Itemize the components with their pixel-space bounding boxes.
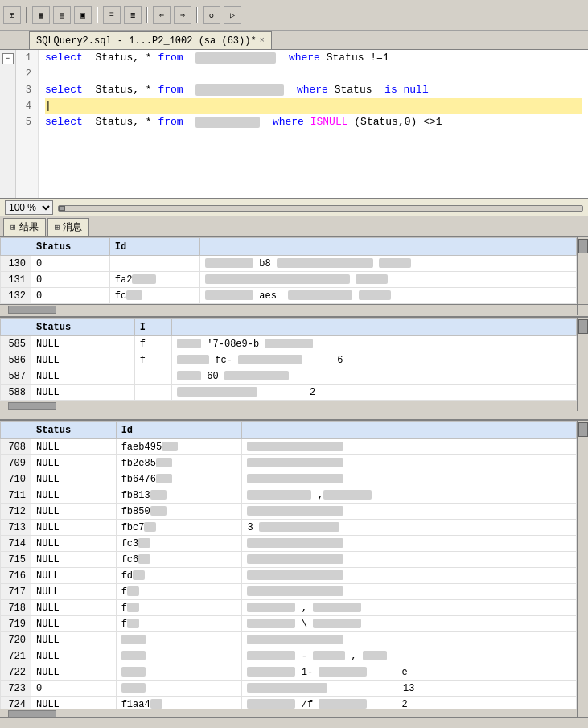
id-cell [116, 648, 242, 664]
table-row[interactable]: 588 NULL 2 [1, 385, 577, 401]
id-cell: f [116, 616, 242, 632]
row-num: 713 [1, 520, 31, 536]
extra-cell: 60 [172, 368, 577, 385]
table-row[interactable]: 716 NULL fd [1, 568, 577, 584]
toolbar-sep-1 [26, 7, 27, 23]
status-cell: NULL [31, 697, 117, 709]
toolbar-btn-1[interactable]: ⊞ [3, 6, 21, 24]
extra-cell: , [242, 600, 577, 616]
id-cell [116, 664, 242, 681]
table-row[interactable]: 585 NULL f '7-08e9-b [1, 336, 577, 352]
zoom-bar: 100 % [0, 199, 588, 216]
extra-cell [242, 584, 577, 600]
col-i-2: I [134, 319, 171, 336]
hscroll-thumb-3[interactable] [8, 710, 56, 718]
table-row[interactable]: 586 NULL f fc- 6 [1, 352, 577, 368]
table-row[interactable]: 714 NULL fc3 [1, 536, 577, 552]
row-num: 709 [1, 455, 31, 471]
status-cell: 0 [31, 272, 110, 288]
results-tabbar: ⊞ 结果 ⊞ 消息 [0, 216, 588, 237]
row-num: 585 [1, 336, 31, 352]
table-row[interactable]: 715 NULL fc6 [1, 552, 577, 568]
toolbar-btn-9[interactable]: ↺ [203, 6, 220, 24]
status-cell: NULL [31, 600, 117, 616]
col-extra-3 [242, 422, 577, 439]
table-row[interactable]: 132 0 fc aes [1, 288, 577, 304]
extra-cell [242, 439, 577, 455]
row-num: 711 [1, 487, 31, 504]
extra-cell [200, 272, 577, 288]
line-numbers: 1 2 3 4 5 [16, 50, 39, 198]
table-row[interactable]: 130 0 b8 [1, 256, 577, 272]
hscroll-thumb-1[interactable] [8, 306, 56, 314]
collapse-btn-1[interactable]: − [2, 53, 14, 64]
status-cell: 0 [31, 681, 117, 697]
extra-cell [242, 552, 577, 568]
row-num: 588 [1, 385, 31, 401]
toolbar-btn-5[interactable]: ≡ [103, 6, 121, 24]
status-cell: NULL [31, 536, 117, 552]
table-row[interactable]: 723 0 13 [1, 681, 577, 697]
table-row[interactable]: 709 NULL fb2e85 [1, 455, 577, 471]
hscroll-thumb-2[interactable] [8, 402, 56, 410]
toolbar-btn-2[interactable]: ▦ [32, 6, 50, 24]
result-section-2: Status I 585 NULL f '7-08e9-b 586 NUL [0, 318, 588, 421]
table-row[interactable]: 587 NULL 60 [1, 368, 577, 385]
toolbar-btn-4[interactable]: ▣ [74, 6, 92, 24]
line-num-5: 5 [16, 114, 35, 130]
results-tab[interactable]: ⊞ 结果 [3, 218, 46, 236]
hscroll-1[interactable] [0, 304, 588, 314]
row-num: 586 [1, 352, 31, 368]
table-row[interactable]: 710 NULL fb6476 [1, 471, 577, 487]
toolbar-btn-10[interactable]: ▷ [224, 6, 241, 24]
table-row[interactable]: 719 NULL f \ [1, 616, 577, 632]
result-table-1: Status Id 130 0 b8 131 0 [0, 237, 577, 304]
line-num-4: 4 [16, 98, 35, 114]
status-cell: 0 [31, 256, 110, 272]
zoom-dropdown[interactable]: 100 % [5, 200, 53, 215]
table-row[interactable]: 717 NULL f [1, 584, 577, 600]
status-cell: NULL [31, 368, 135, 385]
toolbar-btn-3[interactable]: ▤ [53, 6, 71, 24]
result-table-3: Status Id 708 NULL faeb495 709 NULL [0, 421, 577, 709]
toolbar-btn-7[interactable]: ⇐ [153, 6, 171, 24]
vscroll-1[interactable] [577, 237, 588, 304]
status-cell: NULL [31, 487, 117, 504]
hscroll-2[interactable] [0, 401, 588, 410]
table-row[interactable]: 712 NULL fb850 [1, 504, 577, 520]
id-cell: fd [116, 568, 242, 584]
hscroll-3[interactable] [0, 709, 588, 718]
status-cell: NULL [31, 648, 117, 664]
table-row[interactable]: 131 0 fa2 [1, 272, 577, 288]
status-cell: NULL [31, 584, 117, 600]
col-extra-1 [200, 238, 577, 256]
extra-cell: 3 [242, 520, 577, 536]
status-cell: NULL [31, 352, 135, 368]
table-row[interactable]: 721 NULL - , [1, 648, 577, 664]
table-row[interactable]: 708 NULL faeb495 [1, 439, 577, 455]
table-row[interactable]: 722 NULL 1- e [1, 664, 577, 681]
extra-cell [242, 504, 577, 520]
toolbar-btn-8[interactable]: ⇒ [174, 6, 191, 24]
row-num: 718 [1, 600, 31, 616]
vscroll-3[interactable] [577, 421, 588, 709]
code-editor[interactable]: select Status, * from where Status !=1 s… [39, 50, 588, 198]
id-cell [134, 368, 171, 385]
result-section-3: Status Id 708 NULL faeb495 709 NULL [0, 421, 588, 718]
table-row[interactable]: 713 NULL fbc7 3 [1, 520, 577, 536]
table-row[interactable]: 718 NULL f , [1, 600, 577, 616]
tab-close-btn[interactable]: × [260, 36, 265, 45]
toolbar-btn-6[interactable]: ≣ [124, 6, 142, 24]
table-row[interactable]: 720 NULL [1, 632, 577, 648]
id-cell: f1aa4 [116, 697, 242, 709]
vscroll-2[interactable] [577, 318, 588, 401]
id-cell: fb6476 [116, 471, 242, 487]
id-cell: fa2 [109, 272, 199, 288]
editor-area: − 1 2 3 4 5 select Status, * from where … [0, 50, 588, 199]
messages-tab[interactable]: ⊞ 消息 [47, 218, 90, 236]
extra-cell: , [242, 487, 577, 504]
table-row[interactable]: 724 NULL f1aa4 /f 2 [1, 697, 577, 709]
query-tab[interactable]: SQLQuery2.sql - 1...P2_1002 (sa (63))* × [29, 31, 272, 49]
extra-cell: b8 [200, 256, 577, 272]
table-row[interactable]: 711 NULL fb813 , [1, 487, 577, 504]
